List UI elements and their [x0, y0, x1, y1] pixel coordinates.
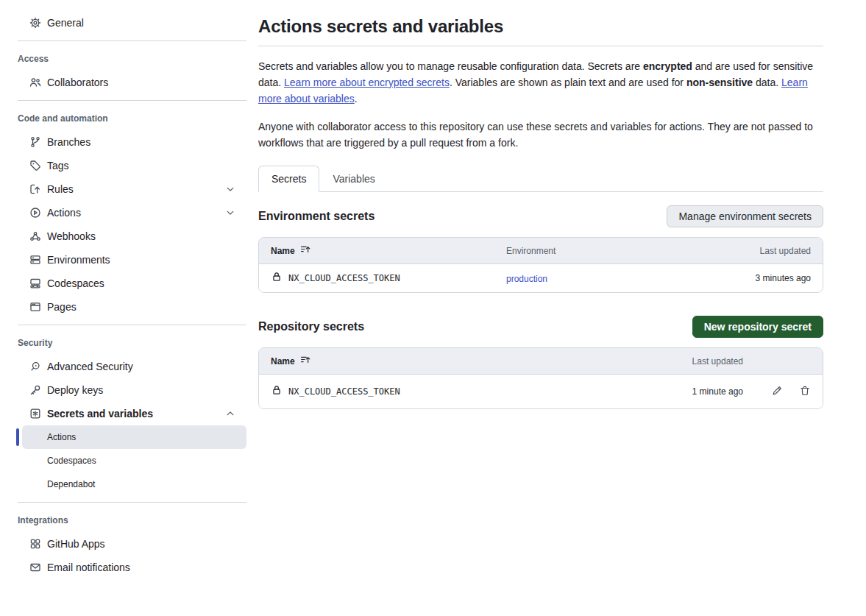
- tab-variables[interactable]: Variables: [319, 166, 388, 191]
- column-label: Name: [271, 246, 295, 256]
- sidebar-item-secrets-and-variables[interactable]: Secrets and variables: [18, 402, 246, 425]
- nav-label: Collaborators: [47, 77, 108, 88]
- environment-secret-row: NX_CLOUD_ACCESS_TOKEN production 3 minut…: [259, 263, 823, 292]
- nav-label: Actions: [47, 207, 81, 219]
- gear-icon: [29, 17, 41, 29]
- last-updated-cell: 3 minutes ago: [708, 273, 811, 283]
- delete-secret-button[interactable]: [799, 385, 811, 399]
- repository-secrets-heading: Repository secrets: [258, 320, 364, 333]
- sidebar-section-code-automation: Code and automation: [18, 107, 246, 130]
- intro-text: Secrets and variables allow you to manag…: [258, 60, 643, 72]
- lock-icon: [271, 384, 283, 399]
- intro-text: .: [355, 93, 358, 105]
- sidebar-item-collaborators[interactable]: Collaborators: [18, 71, 246, 94]
- pencil-icon: [771, 385, 783, 399]
- sidebar-item-email-notifications[interactable]: Email notifications: [18, 556, 246, 579]
- nav-label: Deploy keys: [47, 384, 103, 396]
- nav-label: Webhooks: [47, 230, 96, 242]
- sidebar-item-deploy-keys[interactable]: Deploy keys: [18, 378, 246, 402]
- page-title: Actions secrets and variables: [258, 16, 823, 37]
- sidebar-subitem-dependabot[interactable]: Dependabot: [22, 472, 246, 496]
- edit-secret-button[interactable]: [771, 385, 783, 399]
- column-header-name[interactable]: Name: [271, 354, 655, 368]
- intro-paragraph: Secrets and variables allow you to manag…: [258, 58, 823, 107]
- lock-icon: [271, 271, 283, 286]
- sort-ascending-icon: [299, 244, 311, 258]
- intro-text: data.: [753, 77, 781, 88]
- repository-secrets-header: Repository secrets New repository secret: [258, 315, 823, 339]
- column-header-last-updated: Last updated: [655, 356, 743, 367]
- sidebar-item-webhooks[interactable]: Webhooks: [18, 224, 246, 248]
- repository-secret-row: NX_CLOUD_ACCESS_TOKEN 1 minute ago: [259, 374, 823, 408]
- nav-label: Environments: [47, 254, 110, 266]
- rules-icon: [29, 183, 41, 195]
- sidebar-item-pages[interactable]: Pages: [18, 295, 246, 319]
- sidebar-item-actions[interactable]: Actions: [18, 201, 246, 224]
- column-header-environment: Environment: [506, 246, 708, 256]
- nav-label: Branches: [47, 136, 90, 148]
- key-icon: [29, 384, 41, 396]
- table-header-row: Name Last updated: [259, 348, 823, 374]
- trash-icon: [799, 385, 811, 399]
- sidebar-divider: [18, 502, 246, 503]
- main-content: Actions secrets and variables Secrets an…: [258, 0, 823, 616]
- intro-bold-encrypted: encrypted: [643, 60, 692, 72]
- chevron-down-icon[interactable]: [224, 207, 236, 219]
- column-label: Name: [271, 356, 295, 367]
- nav-label: Codespaces: [47, 277, 104, 289]
- sidebar-divider: [18, 100, 246, 101]
- learn-more-encrypted-secrets-link[interactable]: Learn more about encrypted secrets: [284, 77, 450, 88]
- sidebar-item-github-apps[interactable]: GitHub Apps: [18, 532, 246, 556]
- environment-secrets-heading: Environment secrets: [258, 210, 375, 223]
- sidebar-section-integrations: Integrations: [18, 509, 246, 532]
- nav-label: Rules: [47, 183, 74, 195]
- sort-ascending-icon: [299, 354, 311, 368]
- environment-link[interactable]: production: [506, 274, 547, 284]
- nav-label: Secrets and variables: [47, 408, 153, 419]
- sidebar-item-environments[interactable]: Environments: [18, 248, 246, 272]
- nav-label: General: [47, 17, 84, 29]
- column-header-last-updated: Last updated: [708, 246, 811, 256]
- sidebar-item-rules[interactable]: Rules: [18, 177, 246, 201]
- tab-secrets[interactable]: Secrets: [258, 166, 319, 192]
- collaborator-access-paragraph: Anyone with collaborator access to this …: [258, 118, 823, 151]
- secrets-variables-tabs: Secrets Variables: [258, 166, 823, 192]
- sidebar-subitem-actions[interactable]: Actions: [22, 425, 246, 449]
- settings-sidebar: General Access Collaborators Code and au…: [0, 0, 246, 616]
- nav-label: Advanced Security: [47, 361, 133, 372]
- secret-name-cell: NX_CLOUD_ACCESS_TOKEN: [271, 271, 506, 286]
- repository-secrets-table: Name Last updated NX_CLOUD_ACCESS_TOKEN …: [258, 347, 823, 409]
- manage-environment-secrets-button[interactable]: Manage environment secrets: [667, 205, 823, 227]
- new-repository-secret-button[interactable]: New repository secret: [692, 316, 823, 338]
- sidebar-item-tags[interactable]: Tags: [18, 154, 246, 177]
- codescan-icon: [29, 361, 41, 372]
- sidebar-section-security: Security: [18, 331, 246, 355]
- nav-label: Tags: [47, 160, 69, 171]
- mail-icon: [29, 562, 41, 573]
- sidebar-item-codespaces[interactable]: Codespaces: [18, 272, 246, 295]
- sidebar-item-advanced-security[interactable]: Advanced Security: [18, 355, 246, 378]
- secret-name-cell: NX_CLOUD_ACCESS_TOKEN: [271, 384, 655, 399]
- sidebar-divider: [18, 40, 246, 41]
- row-actions: [743, 385, 811, 399]
- column-header-name[interactable]: Name: [271, 244, 506, 258]
- sidebar-divider: [18, 325, 246, 325]
- intro-bold-non-sensitive: non-sensitive: [686, 77, 753, 88]
- environment-secrets-table: Name Environment Last updated NX_CLOUD_A…: [258, 237, 823, 293]
- secret-name: NX_CLOUD_ACCESS_TOKEN: [288, 386, 400, 397]
- chevron-up-icon[interactable]: [224, 408, 236, 419]
- selected-indicator: [16, 428, 19, 446]
- secret-asterisk-icon: [29, 408, 41, 419]
- title-divider: [258, 46, 823, 46]
- secret-name: NX_CLOUD_ACCESS_TOKEN: [288, 273, 400, 283]
- sidebar-item-general[interactable]: General: [18, 11, 246, 35]
- sidebar-section-access: Access: [18, 47, 246, 71]
- codespaces-icon: [29, 277, 41, 289]
- chevron-down-icon[interactable]: [224, 183, 236, 195]
- sidebar-subitem-codespaces[interactable]: Codespaces: [22, 449, 246, 472]
- git-branch-icon: [29, 136, 41, 148]
- intro-text: . Variables are shown as plain text and …: [450, 77, 686, 88]
- table-header-row: Name Environment Last updated: [259, 238, 823, 263]
- play-circle-icon: [29, 207, 41, 219]
- sidebar-item-branches[interactable]: Branches: [18, 130, 246, 154]
